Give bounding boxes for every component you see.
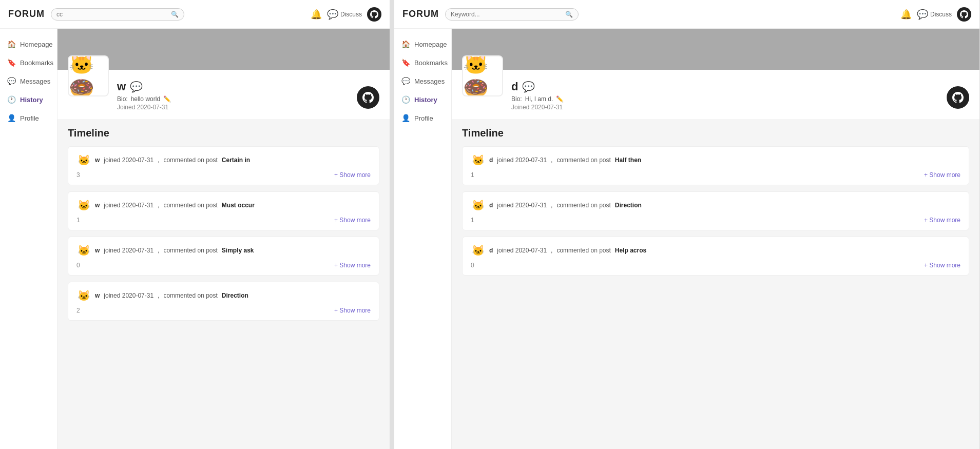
right-github-badge[interactable] [947, 86, 969, 109]
right-discuss-label: Discuss [930, 11, 952, 18]
right-messages-icon: 💬 [401, 77, 410, 85]
right-bio-row: Bio: Hi, I am d. ✏️ [511, 95, 564, 103]
right-sidebar-item-bookmarks[interactable]: 🔖 Bookmarks [394, 53, 451, 72]
left-profile-info: w 💬 Bio: hello world ✏️ Joined 2020-07-3… [117, 76, 171, 111]
left-bell-button[interactable]: 🔔 [311, 9, 322, 20]
left-timeline-title: Timeline [68, 127, 379, 139]
left-search-bar[interactable]: 🔍 [51, 8, 184, 21]
left-entry-post-2: Simply ask [222, 247, 254, 254]
left-timeline-section: Timeline 🐱 w joined 2020-07-31 , comment… [57, 119, 390, 335]
left-entry-joined-3: joined 2020-07-31 [104, 292, 153, 299]
left-entry-action-1: commented on post [163, 202, 217, 209]
right-search-bar[interactable]: 🔍 [445, 8, 579, 21]
right-timeline-card-1: 🐱 d joined 2020-07-31 , commented on pos… [462, 191, 969, 230]
left-github-badge[interactable] [357, 86, 379, 109]
left-show-more-2[interactable]: + Show more [334, 262, 371, 269]
right-show-more-1[interactable]: + Show more [924, 217, 960, 224]
left-entry-user-1: w [95, 202, 100, 209]
right-mini-avatar-2: 🐱 [471, 243, 485, 258]
left-entry-joined-1: joined 2020-07-31 [104, 202, 153, 209]
left-card-footer-2: 0 + Show more [76, 262, 371, 269]
left-sidebar-messages-label: Messages [20, 77, 50, 85]
right-entry-joined-2: joined 2020-07-31 [497, 247, 547, 254]
right-sidebar-item-profile[interactable]: 👤 Profile [394, 109, 451, 127]
right-history-icon: 🕐 [401, 95, 410, 104]
right-logo: FORUM [402, 9, 439, 19]
left-sidebar-bookmarks-label: Bookmarks [20, 59, 53, 67]
right-entry-joined-1: joined 2020-07-31 [497, 202, 547, 209]
right-avatar: 🐱🍩 [462, 55, 503, 96]
left-mini-avatar-1: 🐱 [76, 198, 91, 212]
left-sidebar-item-bookmarks[interactable]: 🔖 Bookmarks [0, 53, 57, 72]
left-entry-joined-2: joined 2020-07-31 [104, 247, 153, 254]
left-entry-count-1: 1 [76, 217, 80, 224]
left-sidebar-item-homepage[interactable]: 🏠 Homepage [0, 35, 57, 53]
right-sidebar-item-history[interactable]: 🕐 History [394, 90, 451, 109]
left-bio-value: hello world [131, 95, 160, 103]
right-timeline-entry-2: 🐱 d joined 2020-07-31 , commented on pos… [471, 243, 960, 258]
left-entry-count-0: 3 [76, 171, 80, 179]
right-entry-action-2: commented on post [556, 247, 610, 254]
left-show-more-1[interactable]: + Show more [334, 217, 371, 224]
left-panel: FORUM 🔍 🔔 💬 Discuss 🏠 Homepage 🔖 [0, 0, 390, 449]
left-sidebar-homepage-label: Homepage [20, 41, 53, 48]
left-show-more-3[interactable]: + Show more [334, 307, 371, 314]
right-entry-user-1: d [489, 202, 493, 209]
right-show-more-0[interactable]: + Show more [924, 171, 960, 179]
left-body: 🏠 Homepage 🔖 Bookmarks 💬 Messages 🕐 Hist… [0, 29, 390, 449]
right-bell-button[interactable]: 🔔 [900, 9, 912, 20]
right-profile-icon: 👤 [401, 114, 410, 122]
left-joined-label: Joined [117, 104, 135, 111]
left-joined-date: 2020-07-31 [137, 104, 168, 111]
right-discuss-button[interactable]: 💬 Discuss [917, 9, 952, 20]
left-edit-bio-icon[interactable]: ✏️ [163, 95, 171, 103]
right-sidebar-profile-label: Profile [414, 114, 433, 122]
right-bio-label: Bio: [511, 95, 522, 103]
left-show-more-0[interactable]: + Show more [334, 171, 371, 179]
right-timeline-entry-1: 🐱 d joined 2020-07-31 , commented on pos… [471, 198, 960, 212]
left-sidebar-item-messages[interactable]: 💬 Messages [0, 72, 57, 90]
right-timeline-entry-0: 🐱 d joined 2020-07-31 , commented on pos… [471, 153, 960, 167]
right-entry-count-2: 0 [471, 262, 474, 269]
right-github-header-icon[interactable] [957, 7, 971, 22]
left-discuss-button[interactable]: 💬 Discuss [327, 9, 362, 20]
left-github-header-icon[interactable] [367, 7, 381, 22]
left-entry-action-2: commented on post [163, 247, 217, 254]
right-sidebar-item-homepage[interactable]: 🏠 Homepage [394, 35, 451, 53]
right-joined-date: 2020-07-31 [531, 104, 563, 111]
left-search-input[interactable] [56, 11, 169, 18]
left-sidebar-item-profile[interactable]: 👤 Profile [0, 109, 57, 127]
right-show-more-2[interactable]: + Show more [924, 262, 960, 269]
right-body: 🏠 Homepage 🔖 Bookmarks 💬 Messages 🕐 Hist… [394, 29, 979, 449]
right-sidebar-item-messages[interactable]: 💬 Messages [394, 72, 451, 90]
right-timeline-section: Timeline 🐱 d joined 2020-07-31 , comment… [452, 119, 979, 290]
right-edit-bio-icon[interactable]: ✏️ [556, 95, 564, 103]
right-home-icon: 🏠 [401, 40, 410, 48]
right-sidebar-history-label: History [414, 96, 437, 104]
left-timeline-card-3: 🐱 w joined 2020-07-31 , commented on pos… [68, 282, 379, 321]
left-username-row: w 💬 [117, 80, 171, 93]
left-entry-joined-0: joined 2020-07-31 [104, 157, 153, 164]
right-sidebar-messages-label: Messages [414, 77, 445, 85]
right-search-icon: 🔍 [565, 11, 573, 18]
left-avatar: 🐱🍩 [68, 55, 109, 96]
left-chat-bubble-icon[interactable]: 💬 [130, 81, 143, 93]
left-card-footer-3: 2 + Show more [76, 307, 371, 314]
left-card-footer-0: 3 + Show more [76, 171, 371, 179]
right-bookmark-icon: 🔖 [401, 58, 410, 67]
right-joined-row: Joined 2020-07-31 [511, 104, 564, 111]
left-entry-user-3: w [95, 292, 100, 299]
left-timeline-card-1: 🐱 w joined 2020-07-31 , commented on pos… [68, 191, 379, 230]
left-sidebar-item-history[interactable]: 🕐 History [0, 90, 57, 109]
left-header-icons: 🔔 💬 Discuss [311, 7, 381, 22]
left-entry-count-3: 2 [76, 307, 80, 314]
right-search-input[interactable] [451, 11, 563, 18]
right-header-icons: 🔔 💬 Discuss [900, 7, 971, 22]
left-timeline-entry-1: 🐱 w joined 2020-07-31 , commented on pos… [76, 198, 371, 212]
right-sidebar-homepage-label: Homepage [414, 41, 447, 48]
left-profile-card: 🐱🍩 w 💬 Bio: hello world ✏️ Joined 2020-0… [57, 70, 390, 119]
right-discuss-icon: 💬 [917, 9, 928, 20]
right-bio-value: Hi, I am d. [525, 95, 553, 103]
right-chat-bubble-icon[interactable]: 💬 [522, 81, 535, 93]
right-card-footer-1: 1 + Show more [471, 217, 960, 224]
